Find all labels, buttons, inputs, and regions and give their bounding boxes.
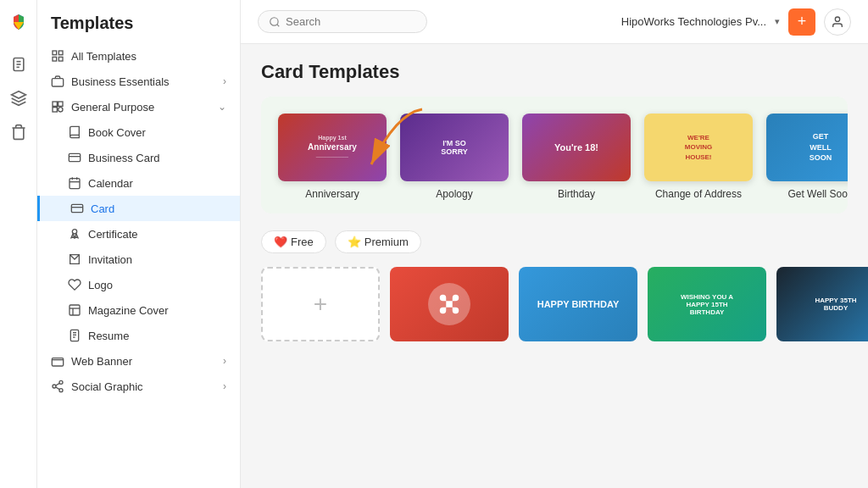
add-card-button[interactable]: +	[261, 267, 380, 341]
sidebar-item-social-graphic[interactable]: Social Graphic ›	[37, 374, 240, 399]
company-name: HipoWorks Technologies Pv...	[621, 15, 766, 28]
template-card-apology[interactable]: I'M SOSORRY Apology	[400, 114, 509, 200]
sidebar-item-label: Web Banner	[71, 355, 132, 368]
sidebar-item-card[interactable]: Card	[37, 196, 240, 221]
svg-rect-5	[53, 51, 57, 55]
premium-badge[interactable]: ⭐ Premium	[335, 230, 421, 253]
free-badge-label: Free	[291, 236, 314, 248]
sidebar-item-label: Calendar	[88, 177, 133, 190]
template-card-label-anniversary: Anniversary	[305, 188, 359, 200]
svg-rect-8	[58, 57, 63, 61]
svg-rect-12	[53, 108, 57, 112]
new-design-button[interactable]: +	[788, 8, 815, 36]
sidebar-item-certificate[interactable]: Certificate	[37, 221, 240, 247]
user-profile-button[interactable]	[824, 8, 851, 36]
svg-point-31	[59, 389, 63, 392]
template-card-img-get-well: GETWELLSOON	[766, 114, 848, 181]
bottom-card-2[interactable]: HAPPY BIRTHDAY	[519, 267, 637, 341]
sidebar-item-invitation[interactable]: Invitation	[37, 247, 240, 272]
sidebar-nav: All Templates Business Essentials › Gene…	[37, 40, 240, 402]
sidebar-item-label: Social Graphic	[71, 380, 143, 393]
search-icon	[269, 16, 281, 28]
templates-banner: Happy 1st Anniversary ───────── Annivers…	[261, 97, 848, 214]
sidebar-item-label: Book Cover	[88, 126, 146, 139]
template-card-label-birthday: Birthday	[558, 188, 595, 200]
svg-rect-14	[69, 153, 80, 161]
chevron-right-icon: ›	[223, 380, 226, 392]
premium-badge-icon: ⭐	[348, 236, 361, 248]
sidebar-item-business-card[interactable]: Business Card	[37, 145, 240, 170]
sidebar-item-calendar[interactable]: Calendar	[37, 170, 240, 196]
main-content: HipoWorks Technologies Pv... ▾ + Card Te…	[241, 0, 868, 488]
icon-bar	[0, 0, 37, 488]
svg-point-13	[58, 108, 63, 112]
template-card-label-change-address: Change of Address	[655, 188, 742, 200]
company-dropdown-icon[interactable]: ▾	[775, 16, 780, 27]
svg-point-34	[270, 17, 278, 25]
template-card-img-birthday: You're 18!	[522, 114, 631, 181]
badge-row: ❤️ Free ⭐ Premium	[261, 230, 848, 253]
sidebar-item-label: Invitation	[88, 253, 132, 266]
top-header: HipoWorks Technologies Pv... ▾ +	[241, 0, 868, 44]
svg-rect-23	[70, 305, 80, 315]
sidebar-icon-layers[interactable]	[3, 83, 34, 114]
template-card-label-get-well: Get Well Soon	[787, 188, 848, 200]
svg-rect-10	[53, 102, 57, 106]
search-input[interactable]	[286, 15, 404, 28]
template-card-get-well[interactable]: GETWELLSOON Get Well Soon	[766, 114, 848, 200]
sidebar: Templates All Templates Business Essenti…	[37, 0, 241, 488]
svg-line-33	[56, 383, 60, 385]
app-logo[interactable]	[5, 8, 32, 36]
svg-line-32	[56, 387, 60, 390]
sidebar-item-magazine-cover[interactable]: Magazine Cover	[37, 297, 240, 323]
sidebar-item-label: Business Essentials	[71, 75, 170, 88]
sidebar-item-general-purpose[interactable]: General Purpose ⌄	[37, 94, 240, 119]
svg-rect-9	[52, 79, 63, 86]
bottom-card-4[interactable]: HAPPY 35THBUDDY	[776, 267, 868, 341]
free-badge-icon: ❤️	[274, 236, 287, 248]
search-box[interactable]	[258, 10, 427, 33]
sidebar-item-resume[interactable]: Resume	[37, 323, 240, 348]
bottom-card-3[interactable]: WISHING YOU AHAPPY 15THBIRTHDAY	[648, 267, 766, 341]
free-badge[interactable]: ❤️ Free	[261, 230, 326, 253]
chevron-right-icon: ›	[223, 75, 226, 87]
premium-badge-label: Premium	[364, 236, 409, 248]
template-card-birthday[interactable]: You're 18! Birthday	[522, 114, 631, 200]
sidebar-item-web-banner[interactable]: Web Banner ›	[37, 348, 240, 374]
bottom-cards-row: + HAPPY BIRTHDAY WISHING YOU AHAPPY 15TH…	[261, 267, 848, 341]
sidebar-item-business-essentials[interactable]: Business Essentials ›	[37, 69, 240, 94]
svg-line-35	[277, 24, 280, 26]
template-card-change-address[interactable]: WE'REMOVINGHOUSE! Change of Address	[644, 114, 753, 200]
svg-point-36	[835, 17, 839, 21]
svg-rect-20	[71, 204, 82, 212]
add-icon: +	[314, 291, 327, 318]
sidebar-item-all-templates[interactable]: All Templates	[37, 43, 240, 69]
bottom-card-1[interactable]	[390, 267, 509, 341]
user-icon	[831, 15, 844, 29]
template-card-label-apology: Apology	[436, 188, 472, 200]
sidebar-item-book-cover[interactable]: Book Cover	[37, 119, 240, 145]
sidebar-item-label: Certificate	[88, 228, 138, 241]
sidebar-item-label: Magazine Cover	[88, 304, 169, 317]
sidebar-item-label: Resume	[88, 330, 129, 342]
content-area: Card Templates Happy 1st Anniversary	[241, 44, 868, 488]
sidebar-item-logo[interactable]: Logo	[37, 272, 240, 297]
svg-point-29	[59, 380, 63, 384]
chevron-right-icon: ›	[223, 355, 226, 367]
svg-rect-6	[58, 51, 63, 55]
sidebar-item-label: All Templates	[71, 50, 136, 63]
svg-rect-16	[70, 179, 80, 189]
sidebar-item-label: Business Card	[88, 152, 160, 164]
sidebar-title: Templates	[37, 0, 240, 40]
svg-rect-11	[58, 102, 63, 106]
template-card-anniversary[interactable]: Happy 1st Anniversary ───────── Annivers…	[278, 114, 387, 200]
sidebar-item-label: General Purpose	[71, 101, 154, 114]
svg-point-30	[53, 385, 56, 388]
sidebar-icon-trash[interactable]	[3, 117, 34, 147]
template-card-img-change-address: WE'REMOVINGHOUSE!	[644, 114, 753, 181]
template-card-img-apology: I'M SOSORRY	[400, 114, 509, 181]
sidebar-icon-document[interactable]	[3, 49, 34, 80]
page-title: Card Templates	[261, 61, 848, 83]
sidebar-item-label: Logo	[88, 279, 113, 291]
sidebar-item-label: Card	[91, 202, 114, 215]
